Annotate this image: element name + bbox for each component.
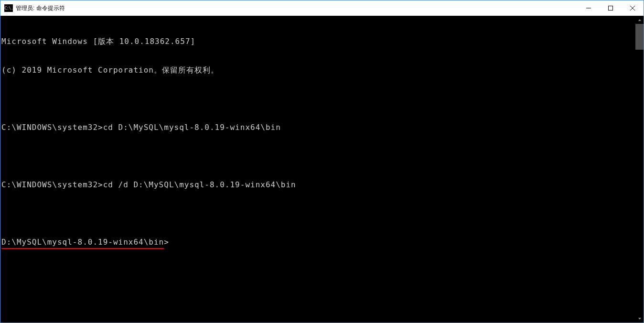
- current-prompt-line: D:\MySQL\mysql-8.0.19-winx64\bin>: [1, 237, 633, 249]
- client-area: Microsoft Windows [版本 10.0.18362.657] (c…: [0, 16, 644, 323]
- command-prompt-window: C:\. 管理员: 命令提示符 Microsoft Windows [版本 10…: [0, 0, 644, 323]
- window-title: 管理员: 命令提示符: [16, 4, 65, 12]
- blank-line: [1, 209, 633, 218]
- svg-marker-4: [638, 19, 641, 21]
- terminal-output[interactable]: Microsoft Windows [版本 10.0.18362.657] (c…: [0, 16, 635, 323]
- scrollbar-thumb[interactable]: [635, 24, 644, 50]
- cmd-app-icon: C:\.: [4, 4, 13, 12]
- blank-line: [1, 151, 633, 161]
- titlebar[interactable]: C:\. 管理员: 命令提示符: [0, 0, 644, 16]
- current-directory: D:\MySQL\mysql-8.0.19-winx64\bin: [1, 237, 164, 249]
- svg-marker-5: [638, 318, 641, 320]
- maximize-button[interactable]: [600, 0, 622, 16]
- prompt-caret: >: [164, 237, 169, 247]
- output-line: Microsoft Windows [版本 10.0.18362.657]: [1, 37, 633, 46]
- vertical-scrollbar[interactable]: [635, 16, 644, 323]
- command-text: cd /d D:\MySQL\mysql-8.0.19-winx64\bin: [103, 180, 296, 189]
- minimize-button[interactable]: [578, 0, 600, 16]
- prompt: C:\WINDOWS\system32>: [1, 123, 103, 132]
- command-text: cd D:\MySQL\mysql-8.0.19-winx64\bin: [103, 123, 281, 132]
- maximize-icon: [608, 6, 613, 11]
- prompt: C:\WINDOWS\system32>: [1, 180, 103, 189]
- close-button[interactable]: [622, 0, 644, 16]
- command-line: C:\WINDOWS\system32>cd D:\MySQL\mysql-8.…: [1, 123, 633, 132]
- blank-line: [1, 94, 633, 104]
- output-line: (c) 2019 Microsoft Corporation。保留所有权利。: [1, 65, 633, 75]
- window-controls: [578, 0, 644, 16]
- scrollbar-track[interactable]: [635, 24, 644, 314]
- svg-rect-1: [609, 6, 613, 11]
- scroll-up-button[interactable]: [635, 16, 644, 24]
- close-icon: [630, 6, 635, 11]
- command-line: C:\WINDOWS\system32>cd /d D:\MySQL\mysql…: [1, 180, 633, 190]
- chevron-up-icon: [638, 18, 642, 22]
- scroll-down-button[interactable]: [635, 314, 644, 323]
- chevron-down-icon: [638, 317, 642, 321]
- minimize-icon: [586, 6, 591, 11]
